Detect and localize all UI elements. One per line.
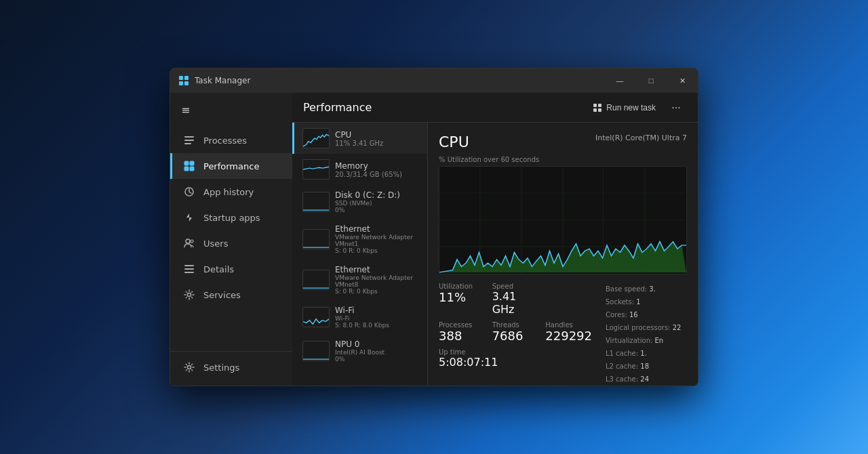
main-body: CPU 11% 3.41 GHz Memory 20.3/31.4 G — [292, 123, 698, 386]
main-title: Performance — [303, 101, 372, 114]
handles-value: 229292 — [545, 329, 592, 343]
sidebar-item-settings[interactable]: Settings — [170, 354, 292, 380]
hamburger-menu[interactable]: ≡ — [170, 98, 292, 127]
sidebar-item-services[interactable]: Services — [170, 282, 292, 308]
cpu-graph — [439, 166, 687, 274]
svg-rect-2 — [179, 81, 183, 85]
virtualization-label: Virtualization: — [606, 337, 652, 344]
details-label: Details — [203, 264, 234, 274]
uptime-section: Up time 5:08:07:11 — [439, 348, 592, 369]
device-item-ethernet2[interactable]: Ethernet VMware Network Adapter VMnet8S:… — [292, 260, 427, 300]
device-item-npu0[interactable]: NPU 0 Intel(R) AI Boost0% — [292, 334, 427, 368]
wifi-sub: Wi-FiS: 8.0 R: 8.0 Kbps — [335, 315, 419, 329]
handles-label: Handles — [545, 321, 592, 329]
processes-value: 388 — [439, 329, 481, 343]
l2-row: L2 cache: 18 — [606, 360, 687, 373]
users-icon — [183, 237, 195, 249]
sidebar-item-app-history[interactable]: App history — [170, 179, 292, 205]
svg-rect-15 — [184, 268, 194, 270]
sockets-label: Sockets: — [606, 298, 634, 306]
services-icon — [183, 289, 195, 301]
cpu-name: CPU — [335, 130, 419, 140]
more-options-button[interactable]: ··· — [665, 97, 687, 119]
graph-label: % Utilization over 60 seconds — [439, 156, 687, 163]
sidebar-item-startup-apps[interactable]: Startup apps — [170, 205, 292, 230]
ethernet2-sparkline — [303, 270, 329, 289]
main-header: Performance Run new task ··· — [292, 93, 698, 123]
app-icon — [178, 75, 189, 86]
threads-value: 7686 — [492, 329, 535, 343]
detail-title: CPU — [439, 133, 469, 150]
titlebar-left: Task Manager — [178, 75, 250, 86]
minimize-button[interactable]: — — [604, 68, 635, 93]
svg-rect-20 — [598, 104, 601, 107]
ethernet1-info: Ethernet VMware Network Adapter VMnet1S:… — [335, 224, 419, 254]
base-speed-label: Base speed: — [606, 285, 647, 293]
ethernet1-sparkline — [303, 230, 329, 249]
sidebar-spacer — [170, 308, 292, 351]
cpu-info: CPU 11% 3.41 GHz — [335, 130, 419, 147]
speed-label: Speed — [492, 283, 535, 290]
device-item-memory[interactable]: Memory 20.3/31.4 GB (65%) — [292, 154, 427, 185]
device-item-wifi[interactable]: Wi-Fi Wi-FiS: 8.0 R: 8.0 Kbps — [292, 300, 427, 334]
cpu-sparkline — [303, 129, 329, 148]
sidebar-item-details[interactable]: Details — [170, 256, 292, 282]
logical-label: Logical processors: — [606, 324, 670, 331]
startup-apps-label: Startup apps — [203, 213, 260, 223]
window-content: ≡ Processes — [170, 93, 698, 386]
run-icon — [593, 103, 602, 112]
processes-icon — [183, 134, 195, 146]
base-speed-row: Base speed: 3. — [606, 283, 687, 295]
stat-speed: Speed 3.41 GHz — [492, 283, 535, 316]
device-item-disk0[interactable]: Disk 0 (C: Z: D:) SSD (NVMe)0% — [292, 185, 427, 219]
device-list: CPU 11% 3.41 GHz Memory 20.3/31.4 G — [292, 123, 428, 386]
ethernet1-name: Ethernet — [335, 224, 419, 234]
memory-sparkline — [303, 160, 329, 179]
memory-name: Memory — [335, 161, 419, 171]
disk-name: Disk 0 (C: Z: D:) — [335, 190, 419, 200]
specs-panel: Base speed: 3. Sockets: 1 Cores: 16 — [606, 283, 687, 386]
window-controls: — □ ✕ — [604, 68, 698, 93]
cpu-sub: 11% 3.41 GHz — [335, 140, 419, 147]
detail-panel: CPU Intel(R) Core(TM) Ultra 7 % Utilizat… — [428, 123, 698, 386]
npu-sparkline — [303, 342, 329, 360]
svg-rect-16 — [184, 272, 194, 273]
svg-point-13 — [191, 240, 193, 243]
memory-sub: 20.3/31.4 GB (65%) — [335, 171, 419, 178]
device-item-ethernet1[interactable]: Ethernet VMware Network Adapter VMnet1S:… — [292, 219, 427, 260]
ethernet2-sub: VMware Network Adapter VMnet8S: 0 R: 0 K… — [335, 274, 419, 295]
stats-section: Utilization 11% Speed 3.41 GHz — [439, 283, 687, 386]
ethernet2-name: Ethernet — [335, 265, 419, 274]
ethernet1-thumbnail — [302, 229, 330, 249]
stat-threads: Threads 7686 — [492, 321, 535, 343]
svg-point-17 — [188, 293, 191, 297]
close-button[interactable]: ✕ — [667, 68, 698, 93]
sidebar-item-processes[interactable]: Processes — [170, 127, 292, 153]
speed-value: 3.41 GHz — [492, 290, 535, 316]
sidebar-bottom: Settings — [170, 351, 292, 380]
ethernet2-thumbnail — [302, 270, 330, 290]
cpu-model-name: Intel(R) Core(TM) Ultra 7 — [595, 133, 687, 142]
stat-processes: Processes 388 — [439, 321, 481, 343]
ethernet1-sub: VMware Network Adapter VMnet1S: 0 R: 0 K… — [335, 234, 419, 254]
device-item-cpu[interactable]: CPU 11% 3.41 GHz — [292, 123, 427, 154]
maximize-button[interactable]: □ — [635, 68, 667, 93]
sidebar-item-performance[interactable]: Performance — [170, 153, 292, 179]
disk-thumbnail — [302, 192, 330, 212]
stat-utilization: Utilization 11% — [439, 283, 481, 316]
svg-rect-3 — [184, 81, 189, 85]
l3-row: L3 cache: 24 — [606, 373, 687, 386]
stat-handles: Handles 229292 — [545, 321, 592, 343]
details-icon — [183, 263, 195, 275]
history-icon — [183, 186, 195, 198]
run-new-task-button[interactable]: Run new task — [586, 100, 663, 115]
svg-rect-1 — [184, 76, 189, 80]
main-actions: Run new task ··· — [586, 97, 687, 119]
svg-rect-0 — [179, 76, 183, 80]
cores-row: Cores: 16 — [606, 308, 687, 321]
sidebar-item-users[interactable]: Users — [170, 230, 292, 256]
stat-base-speed — [545, 283, 592, 316]
cpu-thumbnail — [302, 128, 330, 148]
svg-rect-5 — [184, 140, 194, 141]
cores-value: 16 — [629, 311, 638, 318]
